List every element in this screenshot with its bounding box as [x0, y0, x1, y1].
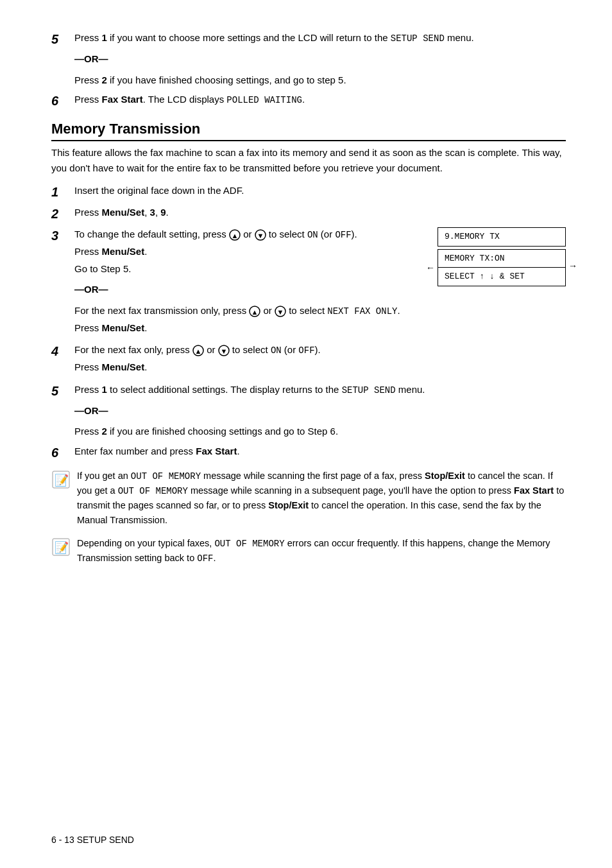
steps-container: 1 Insert the original face down in the A… — [51, 184, 566, 461]
note-icon-1: 📝 — [51, 470, 71, 493]
step-3: 3 To change the default setting, press ▲… — [51, 227, 566, 338]
step1-num: 1 — [51, 184, 69, 200]
arrow-down-icon-2: ▼ — [275, 306, 286, 317]
step5-content: Press 1 to select additional settings. T… — [74, 383, 566, 439]
step3-num: 3 — [51, 227, 69, 244]
arrow-up-icon: ▲ — [229, 229, 241, 241]
or-block-3: —OR— — [74, 404, 566, 419]
step4-content: For the next fax only, press ▲ or ▼ to s… — [74, 343, 566, 378]
step3-or-text: For the next fax transmission only, pres… — [74, 304, 427, 318]
section-title: Memory Transmission — [51, 121, 566, 141]
press-menuset-4: Press Menu/Set. — [74, 360, 566, 375]
note-1: 📝 If you get an OUT OF MEMORY message wh… — [51, 469, 566, 528]
arrow-up-icon-2: ▲ — [249, 306, 260, 317]
lcd-inner-group: MEMORY TX:ON SELECT ↑ ↓ & SET — [438, 249, 566, 286]
step5-top: 5 Press 1 if you want to choose more set… — [51, 31, 566, 87]
note-2: 📝 Depending on your typical faxes, OUT O… — [51, 536, 566, 566]
step6-top-num: 6 — [51, 92, 69, 109]
footer-text: 6 - 13 SETUP SEND — [51, 835, 134, 845]
note-icon-2: 📝 — [51, 537, 71, 560]
step2-num: 2 — [51, 205, 69, 222]
arrow-down-icon-3: ▼ — [218, 345, 230, 356]
svg-text:▲: ▲ — [232, 232, 239, 239]
svg-text:▲: ▲ — [251, 308, 259, 316]
go-to-step5: Go to Step 5. — [74, 262, 427, 277]
arrow-up-icon-3: ▲ — [192, 345, 204, 356]
press-menuset-3: Press Menu/Set. — [74, 245, 427, 259]
or-block-2: —OR— — [74, 282, 427, 297]
lcd-line2: MEMORY TX:ON — [438, 250, 565, 268]
svg-text:▼: ▼ — [277, 308, 284, 316]
step-5: 5 Press 1 to select additional settings.… — [51, 383, 566, 439]
step5-top-content: Press 1 if you want to choose more setti… — [74, 31, 566, 87]
svg-text:▼: ▼ — [220, 347, 227, 355]
lcd-arrow-right: → — [568, 259, 577, 273]
step5-num: 5 — [51, 383, 69, 399]
step3-text: To change the default setting, press ▲ o… — [74, 227, 427, 338]
step6-top-content: Press Fax Start. The LCD displays POLLED… — [74, 92, 566, 107]
lcd-arrow-left: ← — [426, 261, 435, 274]
step1-content: Insert the original face down in the ADF… — [74, 184, 566, 198]
note-pencil-icon-2: 📝 — [51, 537, 71, 557]
footer: 6 - 13 SETUP SEND — [51, 835, 134, 845]
top-section: 5 Press 1 if you want to choose more set… — [51, 31, 566, 109]
step6-num: 6 — [51, 444, 69, 461]
note1-text: If you get an OUT OF MEMORY message whil… — [77, 469, 566, 528]
lcd-display: 9.MEMORY TX ← MEMORY TX:ON SELECT ↑ ↓ & … — [438, 227, 566, 286]
step-2: 2 Press Menu/Set, 3, 9. — [51, 205, 566, 222]
step5-top-num: 5 — [51, 31, 69, 48]
press-menuset-3b: Press Menu/Set. — [74, 321, 427, 336]
svg-text:▼: ▼ — [257, 232, 264, 239]
arrow-down-icon: ▼ — [255, 229, 266, 241]
step6-top: 6 Press Fax Start. The LCD displays POLL… — [51, 92, 566, 109]
svg-text:📝: 📝 — [55, 541, 69, 555]
step-4: 4 For the next fax only, press ▲ or ▼ to… — [51, 343, 566, 378]
note2-text: Depending on your typical faxes, OUT OF … — [77, 536, 566, 566]
lcd-group: ← MEMORY TX:ON SELECT ↑ ↓ & SET → — [438, 249, 566, 286]
section-intro: This feature allows the fax machine to s… — [51, 145, 566, 176]
step4-num: 4 — [51, 343, 69, 360]
step-6: 6 Enter fax number and press Fax Start. — [51, 444, 566, 461]
lcd-line3: SELECT ↑ ↓ & SET — [438, 268, 565, 286]
step2-content: Press Menu/Set, 3, 9. — [74, 205, 566, 220]
step-1: 1 Insert the original face down in the A… — [51, 184, 566, 200]
step6-content: Enter fax number and press Fax Start. — [74, 444, 566, 459]
svg-text:📝: 📝 — [55, 473, 69, 487]
or-block-1: —OR— — [74, 52, 566, 67]
step3-layout: To change the default setting, press ▲ o… — [74, 227, 566, 338]
lcd-line1: 9.MEMORY TX — [438, 227, 566, 247]
note-pencil-icon-1: 📝 — [51, 470, 71, 489]
svg-text:▲: ▲ — [195, 347, 202, 355]
step3-content: To change the default setting, press ▲ o… — [74, 227, 566, 338]
